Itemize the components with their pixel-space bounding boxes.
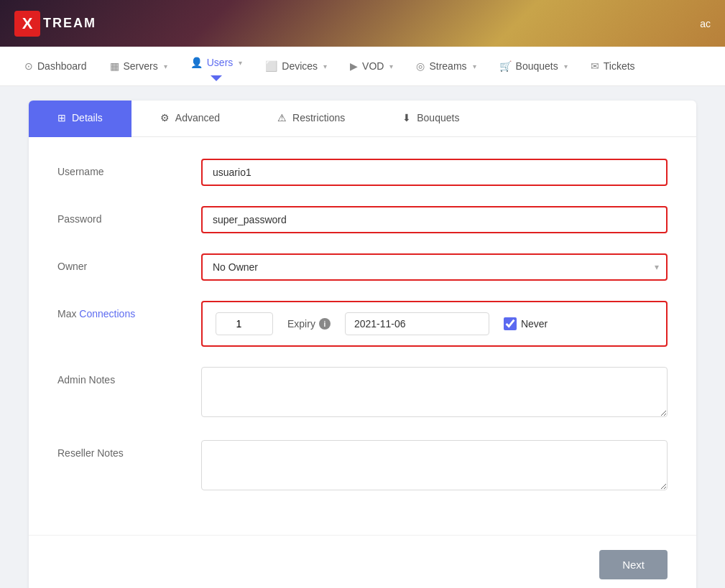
tickets-icon: ✉ [591, 60, 599, 72]
logo: X TREAM [14, 11, 96, 37]
tab-bouquets[interactable]: ⬇ Bouquets [374, 101, 488, 137]
nav-item-streams[interactable]: ◎ Streams ▾ [406, 55, 486, 78]
nav-label-vod: VOD [362, 60, 384, 72]
never-checkbox[interactable] [504, 317, 517, 330]
users-icon: 👤 [190, 57, 203, 68]
owner-row: Owner No Owner Admin ▾ [57, 253, 668, 281]
tab-details-label: Details [72, 112, 103, 123]
username-input-area [201, 159, 668, 186]
nav-item-vod[interactable]: ▶ VOD ▾ [340, 55, 403, 78]
header: X TREAM ac [0, 0, 725, 47]
nav-label-bouquets: Bouquets [516, 60, 558, 72]
chevron-down-icon: ▾ [323, 62, 327, 70]
expiry-info-icon: i [319, 318, 331, 330]
expiry-date-input[interactable] [345, 312, 489, 335]
nav-label-devices: Devices [282, 60, 318, 72]
users-dropdown-arrow [211, 75, 222, 81]
admin-notes-row: Admin Notes [57, 367, 668, 420]
tab-restrictions-label: Restrictions [292, 112, 345, 123]
username-label: Username [57, 159, 187, 177]
tabs: ⊞ Details ⚙ Advanced ⚠ Restrictions ⬇ Bo… [29, 101, 696, 137]
nav-label-dashboard: Dashboard [37, 60, 87, 72]
connections-input-area: Expiry i Never [201, 301, 668, 347]
owner-input-area: No Owner Admin ▾ [201, 253, 668, 281]
never-label: Never [521, 318, 548, 330]
servers-icon: ▦ [110, 60, 119, 72]
devices-icon: ⬜ [265, 60, 277, 72]
restrictions-tab-icon: ⚠ [277, 112, 287, 123]
never-checkbox-wrapper: Never [504, 317, 548, 330]
nav-label-tickets: Tickets [604, 60, 635, 72]
owner-select[interactable]: No Owner Admin [201, 253, 668, 281]
header-user: ac [700, 18, 711, 29]
bouquets-tab-icon: ⬇ [402, 112, 411, 123]
dashboard-icon: ⊙ [24, 60, 33, 72]
streams-icon: ◎ [416, 60, 425, 72]
reseller-notes-label: Reseller Notes [57, 440, 187, 459]
owner-label: Owner [57, 253, 187, 272]
bouquets-icon: 🛒 [499, 60, 512, 72]
admin-notes-label: Admin Notes [57, 367, 187, 386]
nav-item-tickets[interactable]: ✉ Tickets [581, 55, 645, 78]
chevron-down-icon: ▾ [564, 62, 568, 70]
owner-select-wrapper: No Owner Admin ▾ [201, 253, 668, 281]
tab-advanced[interactable]: ⚙ Advanced [131, 101, 249, 137]
password-input[interactable] [201, 206, 668, 233]
nav-label-streams: Streams [429, 60, 466, 72]
advanced-tab-icon: ⚙ [160, 112, 170, 123]
nav-item-users[interactable]: 👤 Users ▾ [180, 51, 253, 74]
logo-x-icon: X [14, 11, 40, 37]
expiry-label: Expiry i [287, 318, 331, 330]
reseller-notes-row: Reseller Notes [57, 440, 668, 493]
username-input[interactable] [201, 159, 668, 186]
chevron-down-icon: ▾ [389, 62, 393, 70]
form-body: Username Password Owner No Owner [29, 137, 696, 535]
password-label: Password [57, 206, 187, 225]
main-content: ⊞ Details ⚙ Advanced ⚠ Restrictions ⬇ Bo… [0, 86, 725, 588]
nav-label-servers: Servers [124, 60, 158, 72]
tab-details[interactable]: ⊞ Details [29, 101, 131, 137]
form-footer: Next [29, 535, 696, 588]
details-tab-icon: ⊞ [57, 112, 66, 123]
max-connections-row: Max Connections Expiry i Never [57, 301, 668, 347]
connections-count-input[interactable] [216, 312, 273, 335]
reseller-notes-input-area [201, 440, 668, 493]
tab-bouquets-label: Bouquets [417, 112, 459, 123]
main-nav: ⊙ Dashboard ▦ Servers ▾ 👤 Users ▾ ⬜ Devi… [0, 47, 725, 86]
next-button[interactable]: Next [599, 550, 668, 579]
nav-item-servers[interactable]: ▦ Servers ▾ [100, 55, 177, 78]
nav-item-devices[interactable]: ⬜ Devices ▾ [255, 55, 337, 78]
nav-item-dashboard[interactable]: ⊙ Dashboard [14, 55, 97, 78]
nav-label-users: Users [207, 57, 234, 68]
chevron-down-icon: ▾ [473, 62, 476, 70]
admin-notes-textarea[interactable] [201, 367, 668, 417]
tab-advanced-label: Advanced [175, 112, 220, 123]
username-row: Username [57, 159, 668, 186]
tab-restrictions[interactable]: ⚠ Restrictions [249, 101, 374, 137]
reseller-notes-textarea[interactable] [201, 440, 668, 490]
max-connections-label: Max Connections [57, 301, 187, 319]
chevron-down-icon: ▾ [239, 59, 242, 67]
connections-box: Expiry i Never [201, 301, 668, 347]
nav-item-bouquets[interactable]: 🛒 Bouquets ▾ [489, 55, 578, 78]
admin-notes-input-area [201, 367, 668, 420]
password-input-area [201, 206, 668, 233]
vod-icon: ▶ [350, 60, 358, 72]
password-row: Password [57, 206, 668, 233]
chevron-down-icon: ▾ [164, 62, 167, 70]
logo-text: TREAM [43, 16, 96, 31]
form-card: ⊞ Details ⚙ Advanced ⚠ Restrictions ⬇ Bo… [29, 101, 696, 588]
